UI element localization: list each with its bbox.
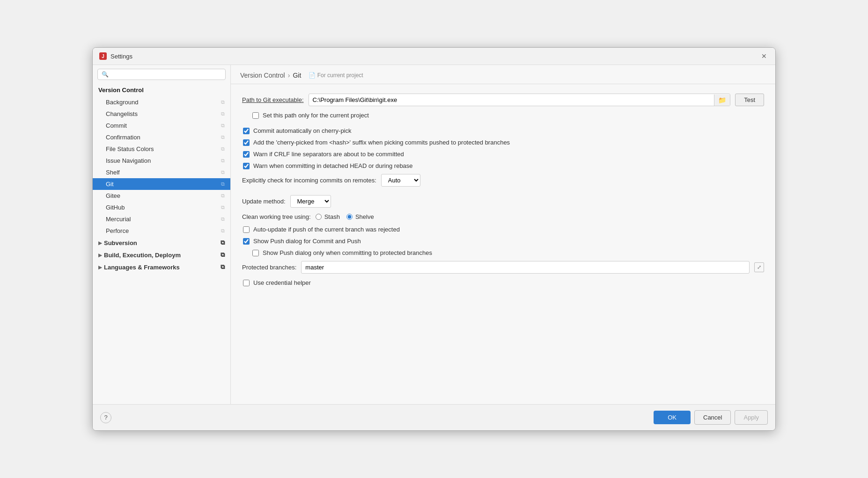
- cb2-row: Add the 'cherry-picked from <hash>' suff…: [242, 139, 764, 146]
- settings-dialog: J Settings ✕ 🔍 Version Control Backgroun…: [92, 47, 776, 431]
- breadcrumb-separator: ›: [288, 72, 290, 79]
- copy-icon: ⧉: [221, 216, 225, 222]
- folder-browse-button[interactable]: 📁: [714, 94, 730, 106]
- clean-working-tree-label: Clean working tree using:: [242, 213, 311, 220]
- path-input[interactable]: [309, 94, 714, 106]
- sidebar-item-github[interactable]: GitHub ⧉: [93, 202, 230, 213]
- stash-label: Stash: [324, 213, 340, 220]
- sidebar-item-issue-navigation[interactable]: Issue Navigation ⧉: [93, 155, 230, 167]
- copy-icon: ⧉: [221, 251, 225, 259]
- shelve-label: Shelve: [355, 213, 374, 220]
- breadcrumb-current: Git: [293, 72, 301, 79]
- cb1-label: Commit automatically on cherry-pick: [253, 127, 352, 134]
- dialog-body: 🔍 Version Control Background ⧉ Changelis…: [93, 65, 775, 404]
- radio-group: Stash Shelve: [316, 213, 374, 220]
- copy-icon: ⧉: [221, 146, 225, 152]
- copy-icon: ⧉: [221, 193, 225, 199]
- sidebar-group-subversion[interactable]: ▶ Subversion ⧉: [93, 237, 230, 249]
- show-push-protected-row: Show Push dialog only when committing to…: [242, 249, 764, 256]
- copy-icon: ⧉: [221, 181, 225, 187]
- update-method-row: Update method: Merge Rebase: [242, 195, 764, 208]
- cancel-button[interactable]: Cancel: [694, 410, 731, 425]
- cb4-label: Warn when committing in detached HEAD or…: [253, 162, 413, 169]
- stash-radio[interactable]: [316, 214, 322, 220]
- show-push-label: Show Push dialog for Commit and Push: [253, 238, 361, 245]
- credential-checkbox[interactable]: [243, 280, 250, 286]
- auto-update-row: Auto-update if push of the current branc…: [242, 226, 764, 233]
- incoming-commits-dropdown[interactable]: Auto Always Never: [381, 174, 420, 187]
- copy-icon: ⧉: [221, 134, 225, 140]
- breadcrumb-parent[interactable]: Version Control: [240, 72, 285, 79]
- show-push-checkbox[interactable]: [243, 238, 250, 245]
- sidebar-item-commit[interactable]: Commit ⧉: [93, 120, 230, 131]
- protected-branches-input[interactable]: [301, 261, 750, 274]
- path-label: Path to Git executable:: [242, 96, 304, 103]
- sidebar-section-version-control[interactable]: Version Control: [93, 84, 230, 96]
- sidebar-group-build-execution[interactable]: ▶ Build, Execution, Deploym ⧉: [93, 249, 230, 261]
- update-method-dropdown[interactable]: Merge Rebase: [290, 195, 331, 208]
- auto-update-label: Auto-update if push of the current branc…: [253, 226, 400, 233]
- set-path-label: Set this path only for the current proje…: [263, 112, 369, 119]
- show-push-row: Show Push dialog for Commit and Push: [242, 238, 764, 245]
- path-input-container: 📁: [309, 94, 731, 106]
- ok-button[interactable]: OK: [654, 411, 691, 424]
- copy-icon: ⧉: [221, 123, 225, 129]
- set-path-checkbox[interactable]: [252, 112, 259, 119]
- warn-detached-head-checkbox[interactable]: [243, 163, 250, 169]
- shelve-radio[interactable]: [346, 214, 353, 220]
- protected-branches-label: Protected branches:: [242, 264, 296, 271]
- sidebar-item-file-status-colors[interactable]: File Status Colors ⧉: [93, 143, 230, 155]
- sidebar-item-perforce[interactable]: Perforce ⧉: [93, 225, 230, 237]
- help-button[interactable]: ?: [100, 412, 111, 423]
- sidebar-item-confirmation[interactable]: Confirmation ⧉: [93, 131, 230, 143]
- radio-shelve-row: Shelve: [346, 213, 374, 220]
- sidebar-item-gitee[interactable]: Gitee ⧉: [93, 190, 230, 202]
- window-title: Settings: [110, 53, 132, 60]
- sidebar-item-git[interactable]: Git ⧉: [93, 178, 230, 190]
- expand-arrow-icon: ▶: [98, 265, 102, 270]
- close-button[interactable]: ✕: [759, 51, 769, 61]
- search-icon: 🔍: [102, 71, 109, 78]
- sidebar-item-background[interactable]: Background ⧉: [93, 96, 230, 108]
- commit-cherry-pick-checkbox[interactable]: [243, 128, 250, 134]
- copy-icon: ⧉: [221, 111, 225, 117]
- apply-button[interactable]: Apply: [735, 410, 768, 425]
- set-path-row: Set this path only for the current proje…: [242, 112, 764, 119]
- breadcrumb: Version Control › Git 📄 For current proj…: [231, 65, 775, 84]
- cherry-picked-suffix-checkbox[interactable]: [243, 139, 250, 146]
- app-icon: J: [99, 52, 107, 60]
- copy-icon: ⧉: [221, 239, 225, 246]
- search-input[interactable]: [111, 71, 221, 78]
- expand-arrow-icon: ▶: [98, 240, 102, 246]
- search-box[interactable]: 🔍: [97, 69, 226, 80]
- cb1-row: Commit automatically on cherry-pick: [242, 127, 764, 134]
- cb3-label: Warn if CRLF line separators are about t…: [253, 151, 404, 158]
- main-content: Version Control › Git 📄 For current proj…: [231, 65, 775, 404]
- copy-icon: ⧉: [221, 263, 225, 271]
- radio-stash-row: Stash: [316, 213, 340, 220]
- incoming-commits-label: Explicitly check for incoming commits on…: [242, 177, 376, 184]
- incoming-commits-row: Explicitly check for incoming commits on…: [242, 174, 764, 187]
- footer-left: ?: [100, 412, 111, 423]
- clean-working-tree-row: Clean working tree using: Stash Shelve: [242, 213, 764, 220]
- sidebar-item-changelists[interactable]: Changelists ⧉: [93, 108, 230, 120]
- sidebar-item-shelf[interactable]: Shelf ⧉: [93, 167, 230, 178]
- update-method-label: Update method:: [242, 198, 286, 205]
- file-icon: 📄: [309, 72, 316, 79]
- auto-update-checkbox[interactable]: [243, 226, 250, 233]
- protected-branches-row: Protected branches: ⤢: [242, 261, 764, 274]
- dialog-footer: ? OK Cancel Apply: [93, 404, 775, 430]
- copy-icon: ⧉: [221, 99, 225, 105]
- sidebar-item-mercurial[interactable]: Mercurial ⧉: [93, 213, 230, 225]
- warn-crlf-checkbox[interactable]: [243, 151, 250, 158]
- cb2-label: Add the 'cherry-picked from <hash>' suff…: [253, 139, 510, 146]
- show-push-protected-checkbox[interactable]: [252, 250, 259, 256]
- expand-button[interactable]: ⤢: [754, 262, 764, 272]
- copy-icon: ⧉: [221, 228, 225, 234]
- sidebar-group-languages-frameworks[interactable]: ▶ Languages & Frameworks ⧉: [93, 261, 230, 273]
- cb3-row: Warn if CRLF line separators are about t…: [242, 151, 764, 158]
- content-area: Path to Git executable: 📁 Test Set this …: [231, 84, 775, 404]
- copy-icon: ⧉: [221, 169, 225, 175]
- test-button[interactable]: Test: [735, 94, 764, 106]
- sidebar: 🔍 Version Control Background ⧉ Changelis…: [93, 65, 231, 404]
